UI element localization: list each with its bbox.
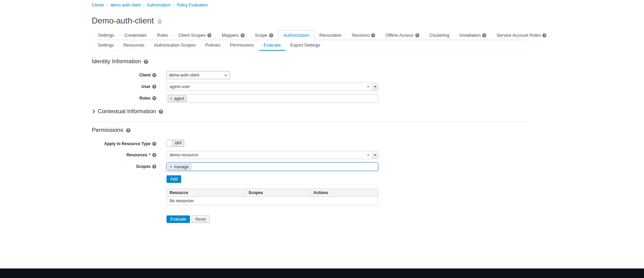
breadcrumb-policy-evaluation[interactable]: Policy Evaluation	[177, 3, 208, 7]
help-icon	[269, 33, 273, 37]
user-selected-value: agent-user	[170, 84, 190, 89]
breadcrumb-separator-icon: ›	[143, 3, 144, 7]
main-tabs: Settings Credentials Roles Client Scopes…	[92, 30, 527, 40]
breadcrumb-separator-icon: ›	[173, 3, 174, 7]
scope-tag: manage	[168, 164, 191, 170]
client-form-row: Client demo-auth-client	[92, 71, 527, 79]
user-combobox[interactable]: agent-user	[167, 83, 378, 91]
identity-information-heading: Identity Information	[92, 58, 527, 65]
resources-combobox[interactable]: demo-resource	[167, 151, 378, 159]
footer-bar	[0, 268, 644, 278]
resources-dropdown-toggle[interactable]	[372, 151, 378, 159]
required-asterisk: *	[149, 153, 151, 157]
chevron-right-icon	[91, 109, 95, 113]
scopes-form-row: Scopes manage	[92, 162, 527, 171]
table-header-actions: Actions	[311, 189, 378, 197]
user-dropdown-toggle[interactable]	[372, 83, 378, 90]
breadcrumb: Clients › demo-auth-client › Authorizati…	[92, 2, 527, 7]
page-title: Demo-auth-client	[92, 16, 154, 25]
toggle-state-label: OFF	[173, 140, 184, 146]
tab-client-scopes[interactable]: Client Scopes	[173, 30, 216, 40]
help-icon	[482, 33, 486, 37]
add-row: Add	[167, 175, 527, 183]
tab-mappers[interactable]: Mappers	[216, 30, 250, 40]
delete-client-trash-icon[interactable]	[157, 17, 162, 24]
resources-table: Resource Scopes Actions No resources	[167, 189, 378, 205]
scopes-multiselect[interactable]: manage	[167, 162, 378, 171]
tab-service-account-roles[interactable]: Service Account Roles	[491, 30, 552, 40]
section-divider	[92, 122, 527, 122]
subtab-policies[interactable]: Policies	[201, 40, 225, 51]
clear-selection-icon[interactable]	[367, 84, 369, 89]
help-icon	[207, 33, 211, 37]
help-icon	[126, 128, 130, 133]
user-label: User	[92, 83, 156, 89]
breadcrumb-demo-auth-client[interactable]: demo-auth-client	[110, 3, 141, 7]
subtab-export-settings[interactable]: Export Settings	[285, 40, 325, 51]
roles-multiselect[interactable]: agent	[167, 94, 378, 103]
reset-button[interactable]: Reset	[192, 215, 210, 223]
permissions-heading: Permissions	[92, 127, 527, 134]
apply-to-resource-type-row: Apply to Resource Type OFF	[92, 140, 527, 147]
evaluate-button[interactable]: Evaluate	[167, 215, 190, 223]
remove-tag-icon[interactable]	[170, 165, 172, 169]
resources-selected-value: demo-resource	[170, 153, 198, 157]
breadcrumb-clients[interactable]: Clients	[92, 3, 104, 7]
subtab-evaluate[interactable]: Evaluate	[259, 40, 286, 51]
tab-sessions[interactable]: Sessions	[347, 30, 381, 40]
help-icon	[144, 59, 148, 64]
apply-to-resource-type-label: Apply to Resource Type	[92, 140, 156, 146]
clear-selection-icon[interactable]	[367, 153, 369, 157]
subtab-authorization-scopes[interactable]: Authorization Scopes	[149, 40, 201, 51]
client-select[interactable]: demo-auth-client	[167, 71, 230, 79]
remove-tag-icon[interactable]	[170, 97, 172, 101]
help-icon	[241, 33, 245, 37]
chevron-down-icon	[374, 86, 377, 88]
client-label: Client	[92, 71, 156, 77]
client-select-input[interactable]: demo-auth-client	[167, 71, 230, 79]
breadcrumb-separator-icon: ›	[107, 3, 108, 7]
tab-installation[interactable]: Installation	[454, 30, 491, 40]
empty-table-message: No resources	[167, 197, 378, 205]
help-icon	[152, 73, 156, 77]
role-tag: agent	[168, 95, 187, 102]
subtab-permissions[interactable]: Permissions	[225, 40, 259, 51]
help-icon	[159, 109, 163, 114]
scope-tag-label: manage	[174, 164, 189, 169]
help-icon	[415, 33, 419, 37]
role-tag-label: agent	[174, 96, 184, 101]
chevron-down-icon	[374, 154, 377, 156]
apply-to-resource-type-toggle[interactable]: OFF	[167, 140, 184, 147]
roles-label: Roles	[92, 94, 156, 101]
table-header-resource: Resource	[167, 189, 246, 197]
help-icon	[152, 85, 156, 89]
tab-roles[interactable]: Roles	[152, 30, 173, 40]
main-content: Clients › demo-auth-client › Authorizati…	[92, 0, 527, 223]
tab-offline-access[interactable]: Offline Access	[380, 30, 424, 40]
subtab-resources[interactable]: Resources	[119, 40, 149, 51]
contextual-information-toggle[interactable]: Contextual Information	[92, 108, 527, 115]
add-button[interactable]: Add	[167, 175, 181, 183]
help-icon	[371, 33, 375, 37]
help-icon	[152, 142, 156, 146]
breadcrumb-authorization[interactable]: Authorization	[147, 3, 171, 7]
tab-credentials[interactable]: Credentials	[119, 30, 152, 40]
table-header-scopes: Scopes	[246, 189, 311, 197]
user-form-row: User agent-user	[92, 83, 527, 91]
toggle-handle	[167, 140, 173, 146]
help-icon	[152, 164, 156, 169]
tab-authorization[interactable]: Authorization	[278, 30, 314, 40]
subtab-settings[interactable]: Settings	[93, 40, 119, 51]
tab-scope[interactable]: Scope	[250, 30, 278, 40]
table-header-row: Resource Scopes Actions	[167, 189, 378, 197]
roles-form-row: Roles agent	[92, 94, 527, 103]
tab-settings[interactable]: Settings	[93, 30, 119, 40]
action-buttons: Evaluate Reset	[167, 215, 527, 223]
table-row: No resources	[167, 197, 378, 205]
scopes-label: Scopes	[92, 162, 156, 169]
tab-revocation[interactable]: Revocation	[314, 30, 347, 40]
authorization-sub-tabs: Settings Resources Authorization Scopes …	[92, 40, 527, 51]
tab-clustering[interactable]: Clustering	[424, 30, 455, 40]
help-icon	[152, 96, 156, 100]
help-icon	[152, 153, 156, 157]
